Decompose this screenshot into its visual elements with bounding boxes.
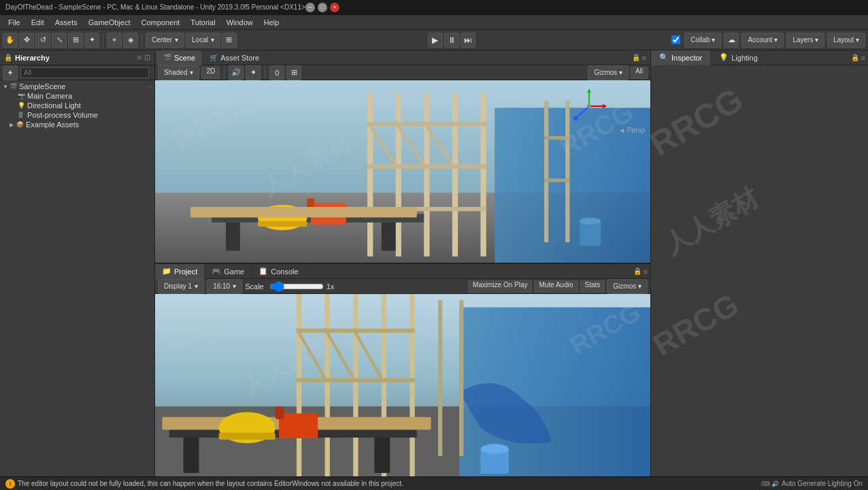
shading-dropdown[interactable]: Shaded ▾: [158, 65, 199, 80]
svg-rect-42: [410, 294, 414, 476]
light-icon: 💡: [18, 102, 27, 109]
minimize-button[interactable]: ─: [305, 3, 315, 12]
hierarchy-item-post-process[interactable]: 🎛 Post-process Volume: [1, 110, 153, 120]
hand-tool[interactable]: ✋: [3, 33, 18, 48]
assets-arrow-icon: ▶: [10, 122, 16, 128]
hierarchy-item-main-camera[interactable]: 📷 Main Camera: [1, 91, 153, 101]
lighting-tab-icon: 💡: [719, 53, 729, 62]
ratio-dropdown[interactable]: 16:10 ▾: [207, 279, 242, 294]
scene-lock-icon: 🔒: [632, 54, 640, 61]
svg-marker-31: [603, 104, 607, 108]
bottom-lock-icon: 🔒: [633, 267, 641, 275]
separator-scene-2: [265, 66, 265, 80]
pause-button[interactable]: ⏸: [444, 33, 459, 48]
effects-button[interactable]: ✦: [246, 65, 261, 80]
menu-file[interactable]: File: [3, 17, 26, 28]
tab-scene[interactable]: 🎬 Scene: [156, 50, 203, 65]
svg-rect-58: [459, 300, 463, 456]
tab-asset-store[interactable]: 🛒 Asset Store: [203, 50, 267, 65]
hierarchy-scene-root[interactable]: ▼ 🎬 SampleScene ✏: [1, 82, 153, 91]
transform-tool[interactable]: ✦: [84, 33, 99, 48]
close-button[interactable]: ×: [330, 3, 339, 12]
scene-icon: 🎬: [10, 83, 19, 90]
rotate-tool[interactable]: ↺: [35, 33, 50, 48]
hierarchy-lock-icon: 🔒: [4, 54, 12, 61]
svg-rect-21: [190, 207, 417, 218]
mute-audio-button[interactable]: Mute Audio: [534, 280, 578, 293]
maximize-button[interactable]: □: [318, 3, 327, 12]
scale-slider[interactable]: [269, 282, 324, 291]
svg-rect-38: [297, 294, 301, 476]
game-toolbar: Display 1 ▾ 16:10 ▾ Scale 1x Maximize On…: [155, 279, 650, 294]
svg-rect-9: [367, 165, 486, 169]
persp-label: ◄ Persp: [618, 127, 645, 134]
2d-button[interactable]: 2D: [201, 67, 220, 79]
rect-tool[interactable]: ⊞: [68, 33, 83, 48]
asset-store-icon: 🛒: [210, 54, 218, 61]
unknown-tool-2[interactable]: ◈: [123, 33, 138, 48]
menu-component[interactable]: Component: [135, 17, 185, 28]
game-gizmos-dropdown[interactable]: Gizmos ▾: [607, 279, 648, 294]
game-viewport[interactable]: RRCG 人人素材 RRCG: [155, 294, 650, 476]
auto-generate-label: Auto Generate Lighting On: [782, 480, 863, 487]
taskbar-icons: ⌨ 🔊: [761, 480, 780, 487]
menu-window[interactable]: Window: [221, 17, 258, 28]
svg-point-33: [573, 116, 578, 120]
hierarchy-item-directional-light[interactable]: 💡 Directional Light: [1, 101, 153, 110]
tab-lighting[interactable]: 💡 Lighting: [711, 50, 767, 65]
tab-project[interactable]: 📁 Project: [155, 264, 205, 279]
audio-button[interactable]: 🔊: [229, 65, 244, 80]
hierarchy-maximize-icon: ⊡: [144, 53, 150, 62]
game-background: RRCG 人人素材 RRCG: [155, 294, 650, 476]
svg-rect-40: [353, 294, 358, 476]
hierarchy-add-button[interactable]: +: [3, 65, 18, 80]
display-dropdown[interactable]: Display 1 ▾: [158, 279, 204, 294]
hierarchy-search[interactable]: [20, 67, 149, 78]
grid-btn[interactable]: ⊞: [222, 33, 237, 48]
layers-dropdown[interactable]: Layers ▾: [786, 33, 824, 48]
svg-point-23: [580, 218, 601, 225]
gizmo-widget: [569, 86, 610, 127]
center-area: 🎬 Scene 🛒 Asset Store 🔒 ≡ Shaded ▾ 2D: [155, 50, 650, 476]
local-dropdown[interactable]: Local ▾: [186, 33, 220, 48]
layout-dropdown[interactable]: Layout ▾: [827, 33, 865, 48]
menu-gameobject[interactable]: GameObject: [83, 17, 136, 28]
scene-viewport[interactable]: ◄ Persp RRCG 人人素材 RRCG: [155, 80, 650, 263]
scene-cam-button[interactable]: 0: [269, 65, 284, 80]
menu-assets[interactable]: Assets: [50, 17, 83, 28]
maximize-on-play-button[interactable]: Maximize On Play: [468, 280, 533, 293]
menu-tutorial[interactable]: Tutorial: [185, 17, 220, 28]
step-button[interactable]: ⏭: [461, 33, 475, 48]
unknown-tool-1[interactable]: ⌖: [107, 33, 122, 48]
hierarchy-content: ▼ 🎬 SampleScene ✏ 📷 Main Camera 💡 Direct…: [0, 80, 154, 476]
hierarchy-toolbar: +: [0, 65, 154, 80]
scene-area: 🎬 Scene 🛒 Asset Store 🔒 ≡ Shaded ▾ 2D: [155, 50, 650, 264]
scale-tool[interactable]: ⤡: [52, 33, 67, 48]
hierarchy-item-example-assets[interactable]: ▶ 📦 Example Assets: [1, 120, 153, 129]
scene-tab-icon: 🎬: [163, 54, 171, 61]
center-dropdown[interactable]: Center ▾: [146, 33, 184, 48]
play-button[interactable]: ▶: [428, 33, 443, 48]
svg-rect-54: [219, 433, 276, 440]
cloud-button[interactable]: ☁: [724, 33, 739, 48]
account-dropdown[interactable]: Account ▾: [741, 33, 784, 48]
stats-button[interactable]: Stats: [580, 280, 605, 293]
svg-rect-4: [396, 94, 401, 257]
svg-rect-22: [580, 221, 601, 246]
gizmos-dropdown[interactable]: Gizmos ▾: [588, 65, 629, 80]
svg-rect-6: [452, 94, 458, 257]
tab-inspector[interactable]: 🔍 Inspector: [651, 50, 711, 65]
tab-game[interactable]: 🎮 Game: [205, 264, 252, 279]
hierarchy-header: 🔒 Hierarchy ≡ ⊡: [0, 50, 154, 65]
postprocess-icon: 🎛: [18, 112, 27, 118]
collab-checkbox[interactable]: [671, 35, 680, 44]
menu-edit[interactable]: Edit: [26, 17, 50, 28]
light-label: Directional Light: [27, 101, 81, 110]
collab-dropdown[interactable]: Collab ▾: [684, 33, 721, 48]
move-tool[interactable]: ✥: [19, 33, 34, 48]
separator-scene-1: [224, 66, 224, 80]
scene-grid-button[interactable]: ⊞: [286, 65, 301, 80]
scale-label: Scale: [245, 282, 264, 291]
menu-help[interactable]: Help: [258, 17, 285, 28]
tab-console[interactable]: 📋 Console: [252, 264, 305, 279]
